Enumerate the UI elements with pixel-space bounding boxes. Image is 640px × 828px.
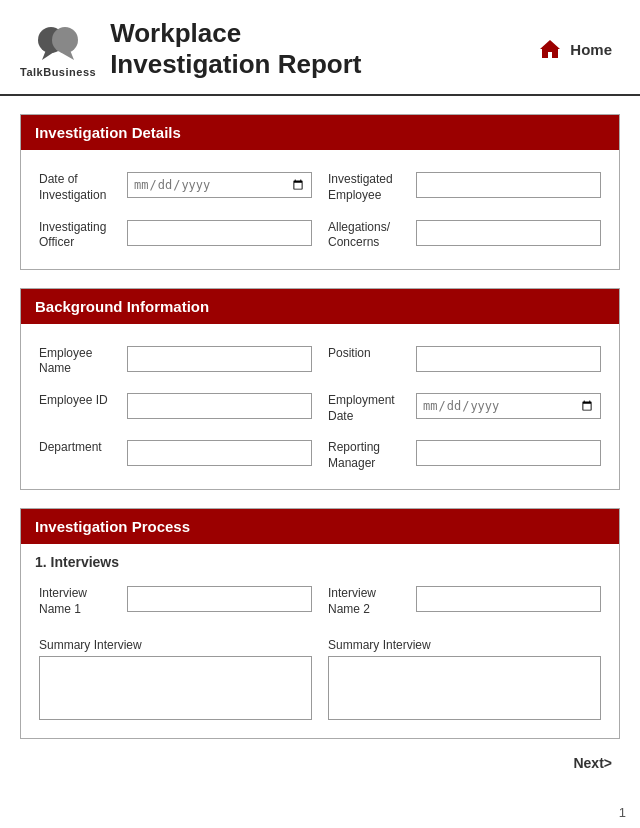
logo-area: TalkBusiness — [20, 20, 96, 78]
position-label: Position — [328, 346, 408, 362]
inv-emp-label: InvestigatedEmployee — [328, 172, 408, 203]
doi-cell: Date ofInvestigation — [31, 164, 320, 211]
emp-name-cell: EmployeeName — [31, 338, 320, 385]
rep-manager-label: ReportingManager — [328, 440, 408, 471]
emp-name-label: EmployeeName — [39, 346, 119, 377]
emp-date-input[interactable] — [416, 393, 601, 419]
investigation-process-section: Investigation Process 1. Interviews Inte… — [20, 508, 620, 738]
svg-point-2 — [52, 27, 78, 53]
investigation-details-header: Investigation Details — [21, 115, 619, 150]
next-area: Next> — [0, 749, 640, 779]
inv-emp-cell: InvestigatedEmployee — [320, 164, 609, 211]
int-name1-label: InterviewName 1 — [39, 586, 119, 617]
home-label: Home — [570, 41, 612, 58]
emp-id-input[interactable] — [127, 393, 312, 419]
investigation-details-section: Investigation Details Date ofInvestigati… — [20, 114, 620, 269]
doi-label: Date ofInvestigation — [39, 172, 119, 203]
allegations-cell: Allegations/Concerns — [320, 212, 609, 259]
department-cell: Department — [31, 432, 320, 479]
emp-name-input[interactable] — [127, 346, 312, 372]
inv-officer-input[interactable] — [127, 220, 312, 246]
summary-textarea-row: Summary Interview Summary Interview — [21, 632, 619, 738]
inv-officer-cell: InvestigatingOfficer — [31, 212, 320, 259]
position-input[interactable] — [416, 346, 601, 372]
next-button[interactable]: Next> — [573, 755, 612, 771]
rep-manager-cell: ReportingManager — [320, 432, 609, 479]
inv-emp-input[interactable] — [416, 172, 601, 198]
background-information-section: Background Information EmployeeName Posi… — [20, 288, 620, 491]
investigation-process-header: Investigation Process — [21, 509, 619, 544]
background-information-header: Background Information — [21, 289, 619, 324]
inv-officer-label: InvestigatingOfficer — [39, 220, 119, 251]
int-name1-input[interactable] — [127, 586, 312, 612]
header-left: TalkBusiness Workplace Investigation Rep… — [20, 18, 361, 80]
emp-id-cell: Employee ID — [31, 385, 320, 432]
doi-input[interactable] — [127, 172, 312, 198]
header-title: Workplace Investigation Report — [110, 18, 361, 80]
interview-name-grid: InterviewName 1 InterviewName 2 — [21, 574, 619, 631]
svg-marker-4 — [540, 40, 560, 58]
summary-interview-2-label: Summary Interview — [328, 638, 601, 652]
interviews-title: 1. Interviews — [21, 544, 619, 574]
summary-interview-1-cell: Summary Interview — [31, 634, 320, 728]
talk-business-logo-icon — [32, 20, 84, 64]
int-name2-cell: InterviewName 2 — [320, 578, 609, 625]
emp-date-label: EmploymentDate — [328, 393, 408, 424]
home-nav[interactable]: Home — [538, 38, 612, 60]
allegations-label: Allegations/Concerns — [328, 220, 408, 251]
logo-text: TalkBusiness — [20, 66, 96, 78]
background-information-form: EmployeeName Position Employee ID Employ… — [21, 324, 619, 490]
allegations-input[interactable] — [416, 220, 601, 246]
summary-interview-2-input[interactable] — [328, 656, 601, 720]
summary-interview-1-label: Summary Interview — [39, 638, 312, 652]
int-name2-label: InterviewName 2 — [328, 586, 408, 617]
emp-id-label: Employee ID — [39, 393, 119, 409]
emp-date-cell: EmploymentDate — [320, 385, 609, 432]
department-label: Department — [39, 440, 119, 456]
department-input[interactable] — [127, 440, 312, 466]
int-name1-cell: InterviewName 1 — [31, 578, 320, 625]
position-cell: Position — [320, 338, 609, 385]
page-header: TalkBusiness Workplace Investigation Rep… — [0, 0, 640, 96]
page-number: 1 — [619, 805, 626, 820]
home-icon — [538, 38, 562, 60]
int-name2-input[interactable] — [416, 586, 601, 612]
summary-interview-1-input[interactable] — [39, 656, 312, 720]
rep-manager-input[interactable] — [416, 440, 601, 466]
summary-interview-2-cell: Summary Interview — [320, 634, 609, 728]
investigation-details-form: Date ofInvestigation InvestigatedEmploye… — [21, 150, 619, 268]
